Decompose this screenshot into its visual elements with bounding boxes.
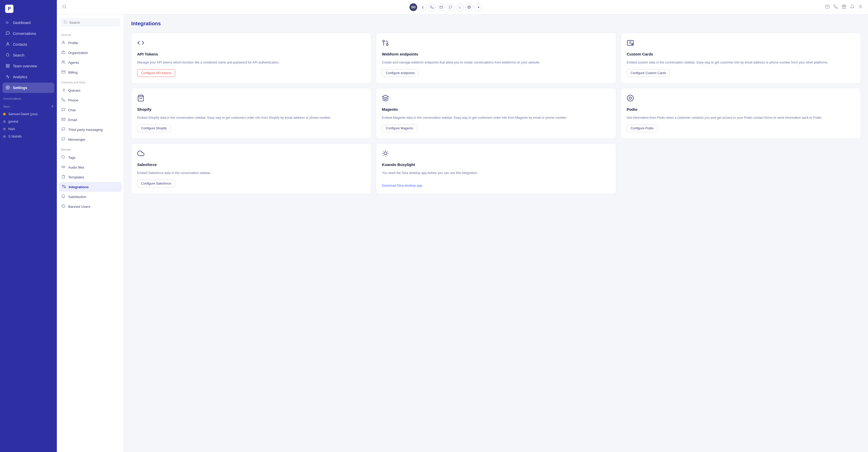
- configure-api-tokens-button[interactable]: Configure API tokens: [137, 69, 175, 77]
- magento-icon: [382, 95, 610, 103]
- mail-icon[interactable]: [825, 4, 830, 10]
- svg-rect-3: [6, 64, 7, 66]
- conversations-icon: [6, 31, 10, 36]
- dashboard-icon: ⊙: [6, 21, 10, 25]
- svg-line-53: [383, 151, 383, 152]
- shopify-title: Shopify: [137, 107, 365, 111]
- main-content: Integrations API Tokens Manage your API …: [124, 14, 868, 452]
- agents-icon: [61, 60, 66, 65]
- page-title: Integrations: [131, 21, 861, 27]
- team-header: Team +: [0, 102, 57, 110]
- configure-salesforce-button[interactable]: Configure Salesforce: [137, 180, 175, 187]
- satisfaction-icon-btn[interactable]: ☺: [456, 3, 464, 11]
- svg-point-46: [631, 43, 633, 45]
- team-member-2[interactable]: Nish: [0, 125, 57, 133]
- configure-magento-button[interactable]: Configure Magento: [382, 124, 417, 132]
- shopify-icon: [137, 95, 365, 103]
- sidebar-item-team-overview[interactable]: Team overview: [3, 61, 54, 71]
- queues-icon: [61, 88, 66, 93]
- settings-item-integrations[interactable]: Integrations: [59, 182, 122, 192]
- settings-item-agents[interactable]: Agents: [57, 58, 124, 67]
- team-overview-icon: [6, 64, 10, 68]
- email-settings-icon: [61, 118, 66, 122]
- kuando-title: Kuando Busylight: [382, 162, 610, 167]
- svg-marker-31: [62, 166, 63, 168]
- dropdown-arrow-btn[interactable]: ▾: [474, 3, 482, 11]
- sidebar-item-search[interactable]: Search: [3, 50, 54, 60]
- api-tokens-title: API Tokens: [137, 52, 365, 56]
- user-circle-icon[interactable]: [858, 4, 863, 10]
- integrations-grid: API Tokens Manage your API tokens which …: [131, 33, 861, 194]
- svg-line-39: [62, 205, 65, 207]
- svg-rect-6: [6, 66, 7, 67]
- card-api-tokens: API Tokens Manage your API tokens which …: [131, 33, 371, 84]
- custom-cards-desc: Embed custom data in the conversation si…: [627, 60, 855, 65]
- kuando-desc: You need the Dixa desktop app before you…: [382, 170, 610, 181]
- content-area: General Profile Organization Agents: [57, 14, 868, 452]
- sidebar-item-settings[interactable]: Settings: [3, 83, 54, 93]
- globe-icon-btn[interactable]: [465, 3, 473, 11]
- team-member-1[interactable]: govind: [0, 118, 57, 125]
- svg-point-8: [63, 5, 66, 8]
- sidebar-item-dashboard[interactable]: ⊙ Dashboard: [3, 18, 54, 28]
- configure-podio-button[interactable]: Configure Podio: [627, 124, 658, 132]
- sidebar-item-contacts[interactable]: Contacts: [3, 39, 54, 50]
- billing-icon: [61, 70, 66, 74]
- card-webform: Webform endpoints Create and manage webf…: [376, 33, 616, 84]
- svg-point-0: [7, 42, 8, 44]
- info-icon-btn[interactable]: ℹ: [419, 3, 427, 11]
- team-member-3[interactable]: S Nishith: [0, 133, 57, 140]
- sidebar-item-label: Contacts: [13, 42, 27, 46]
- settings-item-satisfaction[interactable]: Satisfaction: [57, 192, 124, 202]
- settings-search-input[interactable]: [69, 21, 117, 25]
- settings-item-banned[interactable]: Banned Users: [57, 202, 124, 212]
- sidebar-item-conversations[interactable]: Conversations: [3, 28, 54, 39]
- svg-point-33: [62, 185, 63, 186]
- webform-title: Webform endpoints: [382, 52, 610, 56]
- svg-point-41: [383, 40, 385, 42]
- custom-cards-title: Custom Cards: [627, 52, 855, 56]
- svg-line-57: [383, 155, 383, 156]
- member-dot: [3, 128, 6, 130]
- phone-icon-btn[interactable]: [428, 3, 436, 11]
- chat-icon-btn[interactable]: [447, 3, 455, 11]
- email-icon-btn[interactable]: [437, 3, 445, 11]
- settings-item-templates[interactable]: Templates: [57, 172, 124, 182]
- bell-icon[interactable]: [850, 4, 855, 10]
- settings-item-audio[interactable]: Audio files: [57, 162, 124, 172]
- podio-title: Podio: [627, 107, 855, 111]
- settings-item-third-party[interactable]: Third party messaging: [57, 125, 124, 134]
- svg-point-17: [63, 41, 64, 42]
- channel-badges: SD ℹ ☺ ▾: [409, 3, 482, 11]
- svg-line-16: [66, 23, 67, 24]
- settings-item-profile[interactable]: Profile: [57, 38, 124, 48]
- member-name: govind: [8, 120, 18, 123]
- configure-custom-cards-button[interactable]: Configure Custom Cards: [627, 69, 670, 77]
- svg-line-2: [8, 56, 9, 57]
- phone-top-icon[interactable]: [833, 4, 838, 10]
- team-member-0[interactable]: Samuel Dawit (you): [0, 110, 57, 118]
- gift-icon[interactable]: [842, 4, 846, 10]
- sidebar-item-label: Search: [13, 53, 24, 57]
- sidebar-item-analytics[interactable]: Analytics: [3, 72, 54, 82]
- kuando-download-link[interactable]: Download Dixa desktop app: [382, 184, 610, 187]
- svg-point-15: [64, 21, 66, 23]
- analytics-icon: [6, 74, 10, 79]
- settings-item-chat[interactable]: Chat: [57, 105, 124, 115]
- configure-endpoints-button[interactable]: Configure endpoints: [382, 69, 418, 77]
- sidebar-item-label: Analytics: [13, 75, 27, 79]
- settings-item-email[interactable]: Email: [57, 115, 124, 125]
- card-salesforce: Salesforce Embed Salesforce data in the …: [131, 143, 371, 194]
- settings-item-organization[interactable]: Organization: [57, 48, 124, 58]
- settings-item-queues[interactable]: Queues: [57, 86, 124, 95]
- settings-item-billing[interactable]: Billing: [57, 67, 124, 77]
- top-search-icon[interactable]: [62, 4, 67, 10]
- svg-line-9: [65, 7, 66, 8]
- settings-item-phone[interactable]: Phone: [57, 95, 124, 105]
- settings-item-tags[interactable]: Tags: [57, 153, 124, 162]
- settings-item-messenger[interactable]: Messenger: [57, 134, 124, 144]
- card-shopify: Shopify Embed Shopify data in the conver…: [131, 88, 371, 139]
- configure-shopify-button[interactable]: Configure Shopify: [137, 124, 170, 132]
- svg-point-14: [860, 5, 861, 6]
- team-add-button[interactable]: +: [51, 104, 54, 109]
